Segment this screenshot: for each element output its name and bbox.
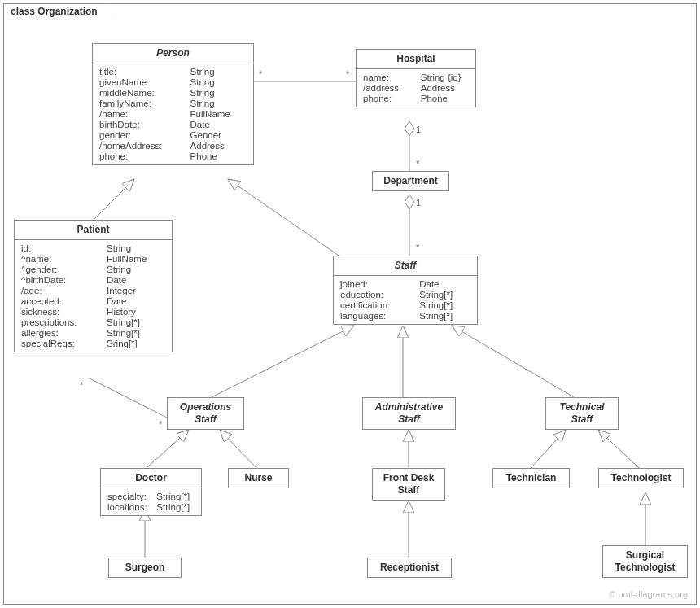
multiplicity: 1 bbox=[416, 125, 421, 134]
class-title: Staff bbox=[334, 256, 477, 276]
class-surgeon: Surgeon bbox=[108, 558, 182, 578]
class-title: Doctor bbox=[101, 469, 201, 488]
class-title: Administrative Staff bbox=[363, 398, 455, 429]
diagram-frame: class Organization bbox=[3, 3, 697, 605]
class-department: Department bbox=[372, 171, 449, 191]
class-attrs: specialty:String[*] locations:String[*] bbox=[101, 488, 201, 515]
svg-line-13 bbox=[598, 430, 639, 468]
class-doctor: Doctor specialty:String[*] locations:Str… bbox=[100, 468, 202, 516]
class-attrs: title:String givenName:String middleName… bbox=[93, 63, 253, 164]
class-technical-staff: Technical Staff bbox=[545, 397, 619, 430]
class-hospital: Hospital name:String {id} /address:Addre… bbox=[356, 49, 476, 107]
multiplicity: * bbox=[346, 69, 349, 79]
multiplicity: * bbox=[159, 419, 162, 429]
class-receptionist: Receptionist bbox=[367, 558, 452, 578]
svg-line-7 bbox=[452, 326, 574, 397]
svg-line-12 bbox=[531, 430, 566, 468]
class-title: Surgeon bbox=[109, 558, 181, 577]
multiplicity: 1 bbox=[416, 198, 421, 208]
multiplicity: * bbox=[416, 243, 419, 252]
class-title: Person bbox=[93, 44, 253, 63]
class-title: Operations Staff bbox=[168, 398, 243, 429]
class-attrs: id:String ^name:FullName ^gender:String … bbox=[15, 240, 172, 352]
class-title: Technologist bbox=[599, 469, 683, 488]
svg-line-8 bbox=[90, 378, 167, 418]
class-title: Front Desk Staff bbox=[373, 469, 444, 500]
class-title: Surgical Technologist bbox=[603, 546, 687, 577]
class-staff: Staff joined:Date education:String[*] ce… bbox=[333, 256, 478, 325]
class-title: Department bbox=[373, 172, 448, 190]
multiplicity: * bbox=[80, 380, 83, 390]
watermark: © uml-diagrams.org bbox=[609, 589, 688, 599]
class-title: Technician bbox=[493, 469, 569, 488]
svg-line-9 bbox=[147, 430, 189, 468]
class-administrative-staff: Administrative Staff bbox=[362, 397, 456, 430]
class-title: Nurse bbox=[229, 469, 288, 488]
multiplicity: * bbox=[259, 69, 262, 79]
class-title: Technical Staff bbox=[546, 398, 618, 429]
class-nurse: Nurse bbox=[228, 468, 289, 488]
class-title: Patient bbox=[15, 221, 172, 240]
multiplicity: * bbox=[416, 159, 419, 168]
svg-line-4 bbox=[228, 179, 346, 260]
class-operations-staff: Operations Staff bbox=[167, 397, 244, 430]
frame-title: class Organization bbox=[3, 3, 115, 19]
class-front-desk-staff: Front Desk Staff bbox=[372, 468, 445, 501]
svg-line-5 bbox=[212, 326, 354, 397]
class-surgical-technologist: Surgical Technologist bbox=[602, 545, 688, 578]
class-title: Receptionist bbox=[368, 558, 451, 577]
class-technologist: Technologist bbox=[598, 468, 684, 488]
class-person: Person title:String givenName:String mid… bbox=[92, 43, 254, 165]
class-attrs: joined:Date education:String[*] certific… bbox=[334, 276, 477, 324]
class-title: Hospital bbox=[357, 50, 475, 69]
class-attrs: name:String {id} /address:Address phone:… bbox=[357, 69, 475, 107]
svg-line-10 bbox=[220, 430, 256, 468]
svg-line-3 bbox=[94, 179, 134, 220]
class-technician: Technician bbox=[492, 468, 570, 488]
class-patient: Patient id:String ^name:FullName ^gender… bbox=[14, 220, 173, 352]
